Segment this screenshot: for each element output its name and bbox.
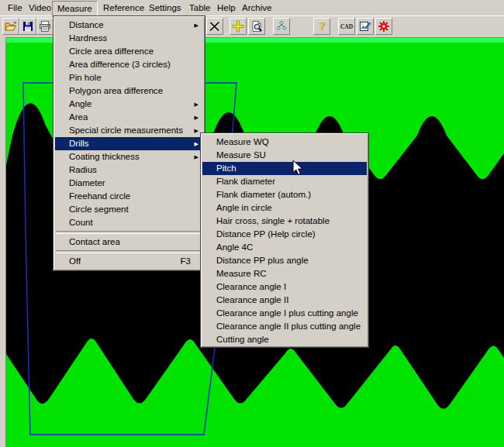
menubar-item-table[interactable]: Table	[185, 1, 216, 15]
menu-item-circle-segment[interactable]: Circle segment	[55, 203, 203, 216]
menu-separator	[56, 231, 202, 234]
image-export-button[interactable]	[357, 18, 374, 35]
menu-item-measure-rc[interactable]: Measure RC	[202, 267, 367, 280]
menubar-item-file[interactable]: File	[3, 1, 27, 15]
menu-item-label: Coating thickness	[69, 150, 140, 163]
menubar-item-measure[interactable]: Measure	[52, 1, 98, 16]
menu-item-label: Distance PP plus angle	[216, 254, 309, 267]
delete-measure-button[interactable]	[206, 18, 223, 35]
menu-item-distance-pp-plus-angle[interactable]: Distance PP plus angle	[202, 254, 367, 267]
menu-item-flank-diameter-autom[interactable]: Flank diameter (autom.)	[202, 188, 367, 201]
menu-item-clearance-angle-ii[interactable]: Clearance angle II	[202, 294, 367, 307]
menu-item-label: Clearance angle I plus cutting angle	[216, 307, 358, 320]
menu-item-label: Area difference (3 circles)	[69, 58, 171, 71]
red-gear-icon	[378, 20, 390, 33]
menu-item-special-circle-measurements[interactable]: Special circle measurements▶	[55, 124, 203, 137]
menu-item-angle-in-circle[interactable]: Angle in circle	[202, 201, 367, 215]
menu-item-label: Radius	[69, 163, 97, 177]
menu-item-angle[interactable]: Angle▶	[55, 98, 203, 111]
cad-button[interactable]: CAD	[338, 18, 355, 35]
menu-item-clearance-angle-i-plus-cutting-angle[interactable]: Clearance angle I plus cutting angle	[202, 307, 367, 320]
print-icon	[39, 20, 51, 33]
menu-item-label: Off	[69, 255, 81, 268]
menu-item-label: Contact area	[69, 236, 120, 249]
menu-item-shortcut: F3	[181, 255, 197, 268]
menu-item-label: Distance	[69, 19, 104, 32]
menu-item-label: Angle in circle	[216, 201, 272, 215]
menu-item-label: Circle area difference	[69, 45, 154, 58]
menu-item-label: Measure SU	[216, 149, 266, 162]
measurement-tree-button[interactable]	[273, 18, 290, 35]
menu-item-clearance-angle-i[interactable]: Clearance angle I	[202, 280, 367, 294]
menu-item-label: Diameter	[69, 177, 105, 190]
folder-open-icon	[5, 20, 17, 33]
menu-item-label: Special circle measurements	[69, 124, 183, 137]
menu-item-label: Circle segment	[69, 203, 129, 216]
menubar-item-reference[interactable]: Reference	[98, 1, 149, 15]
help-button[interactable]: ? ?	[313, 18, 330, 35]
menu-item-contact-area[interactable]: Contact area	[55, 236, 203, 249]
canvas-left-border	[0, 36, 6, 447]
menu-item-label: Flank diameter	[216, 175, 275, 188]
menu-item-label: Clearance angle II	[216, 294, 288, 307]
menu-item-radius[interactable]: Radius	[55, 163, 203, 177]
menu-item-label: Angle 4C	[216, 241, 253, 254]
menu-item-label: Drills	[69, 137, 89, 150]
menubar-item-help[interactable]: Help	[212, 1, 240, 15]
crosshair-button[interactable]	[230, 18, 247, 35]
menu-item-angle-4c[interactable]: Angle 4C	[202, 241, 367, 254]
submenu-arrow-icon: ▶	[195, 19, 198, 32]
menu-item-label: Flank diameter (autom.)	[216, 188, 311, 201]
x-icon	[209, 20, 221, 33]
menu-separator	[56, 250, 202, 253]
menu-bar: FileVideoMeasureReferenceSettingsTableHe…	[0, 0, 504, 15]
measure-menu: Distance▶HardnessCircle area differenceA…	[53, 15, 205, 271]
open-file-button[interactable]	[2, 18, 19, 35]
menu-item-polygon-area-difference[interactable]: Polygon area difference	[55, 84, 203, 98]
menu-item-label: Hardness	[69, 32, 107, 45]
menu-item-clearance-angle-ii-plus-cutting-angle[interactable]: Clearance angle II plus cutting angle	[202, 320, 367, 333]
menu-item-label: Cutting angle	[216, 333, 269, 346]
menu-item-pin-hole[interactable]: Pin hole	[55, 71, 203, 84]
menubar-item-archive[interactable]: Archive	[237, 1, 276, 15]
menu-item-label: Measure RC	[216, 267, 267, 280]
tree-icon	[275, 20, 288, 33]
menubar-item-settings[interactable]: Settings	[144, 1, 186, 15]
menu-item-area[interactable]: Area▶	[55, 111, 203, 124]
menu-item-distance[interactable]: Distance▶	[55, 19, 203, 32]
menu-item-circle-area-difference[interactable]: Circle area difference	[55, 45, 203, 58]
submenu-arrow-icon: ▶	[195, 150, 198, 163]
print-preview-button[interactable]	[248, 18, 265, 35]
menu-item-cutting-angle[interactable]: Cutting angle	[202, 333, 367, 346]
svg-text:?: ?	[319, 21, 325, 33]
menu-item-off[interactable]: OffF3	[55, 255, 203, 268]
save-button[interactable]	[19, 18, 36, 35]
menu-item-label: Polygon area difference	[69, 84, 163, 98]
menu-item-diameter[interactable]: Diameter	[55, 177, 203, 190]
menu-item-flank-diameter[interactable]: Flank diameter	[202, 175, 367, 188]
menu-item-drills[interactable]: Drills▶	[55, 137, 203, 150]
menu-item-hardness[interactable]: Hardness	[55, 32, 203, 45]
menu-item-label: Freehand circle	[69, 190, 130, 203]
menu-item-label: Pin hole	[69, 71, 102, 84]
menu-item-count[interactable]: Count	[55, 216, 203, 229]
menu-item-coating-thickness[interactable]: Coating thickness▶	[55, 150, 203, 163]
menu-item-freehand-circle[interactable]: Freehand circle	[55, 190, 203, 203]
menu-item-measure-wq[interactable]: Measure WQ	[202, 136, 367, 149]
menu-item-label: Count	[69, 216, 93, 229]
print-button[interactable]	[36, 18, 54, 35]
crosshair-icon	[232, 20, 244, 33]
menu-item-area-difference-3-circles[interactable]: Area difference (3 circles)	[55, 58, 203, 71]
menu-item-label: Pitch	[216, 162, 236, 175]
menu-item-hair-cross-single-rotatable[interactable]: Hair cross, single + rotatable	[202, 215, 367, 228]
menu-item-label: Clearance angle II plus cutting angle	[216, 320, 361, 333]
drills-submenu: Measure WQMeasure SUPitchFlank diameterF…	[200, 132, 369, 348]
menu-item-pitch[interactable]: Pitch	[202, 162, 367, 175]
submenu-arrow-icon: ▶	[195, 98, 198, 111]
machine-settings-button[interactable]	[375, 18, 392, 35]
menu-item-label: Distance PP (Help circle)	[216, 228, 316, 241]
menu-item-measure-su[interactable]: Measure SU	[202, 149, 367, 162]
menu-item-distance-pp-help-circle[interactable]: Distance PP (Help circle)	[202, 228, 367, 241]
menu-item-label: Hair cross, single + rotatable	[216, 215, 330, 228]
submenu-arrow-icon: ▶	[195, 111, 198, 124]
